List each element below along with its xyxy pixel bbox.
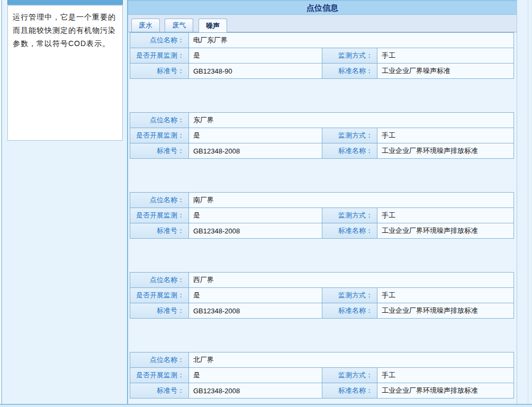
standard-no-value: GB12348-2008 <box>189 303 322 319</box>
method-value: 手工 <box>377 368 514 383</box>
standard-no-label: 标准号： <box>130 223 189 239</box>
method-value: 手工 <box>377 128 514 143</box>
method-value: 手工 <box>377 208 514 223</box>
method-label: 监测方式： <box>322 48 377 64</box>
record-table-2: 点位名称： 东厂界 是否开展监测： 是 监测方式： 手工 标准号： GB1234… <box>130 112 514 159</box>
standard-no-label: 标准号： <box>130 64 189 79</box>
point-name-label: 点位名称： <box>130 113 189 128</box>
page-left-divider <box>1 0 2 407</box>
standard-no-value: GB12348-90 <box>189 64 322 79</box>
standard-name-label: 标准名称： <box>322 64 377 79</box>
monitoring-label: 是否开展监测： <box>130 48 189 64</box>
standard-no-value: GB12348-2008 <box>189 143 322 159</box>
tab-bar: 废水 废气 噪声 <box>128 15 517 32</box>
tab-wastegas[interactable]: 废气 <box>165 19 193 32</box>
tab-wastewater[interactable]: 废水 <box>131 19 160 32</box>
monitoring-label: 是否开展监测： <box>130 288 189 303</box>
standard-name-value: 工业企业厂界环境噪声排放标准 <box>377 303 514 319</box>
page-root: { "sidebar": { "note_text": "运行管理中，它是一个重… <box>0 0 532 407</box>
standard-name-label: 标准名称： <box>322 383 377 399</box>
standard-no-label: 标准号： <box>130 143 189 159</box>
records-area: 点位名称： 电厂东厂界 是否开展监测： 是 监测方式： 手工 标准号： GB12… <box>128 32 517 399</box>
record-gap <box>130 239 517 272</box>
method-label: 监测方式： <box>322 288 377 303</box>
point-name-value: 南厂界 <box>189 193 514 208</box>
monitoring-value: 是 <box>189 368 322 383</box>
page-bottom-strip <box>0 405 532 407</box>
standard-name-label: 标准名称： <box>322 303 377 319</box>
page-right-divider <box>528 0 528 404</box>
record-table-1: 点位名称： 电厂东厂界 是否开展监测： 是 监测方式： 手工 标准号： GB12… <box>130 32 514 79</box>
point-name-value: 东厂界 <box>189 113 514 128</box>
record-gap <box>130 319 517 352</box>
monitoring-value: 是 <box>189 48 322 64</box>
method-label: 监测方式： <box>322 208 377 223</box>
panel-title: 点位信息 <box>128 0 517 15</box>
standard-no-label: 标准号： <box>130 303 189 319</box>
record-table-3: 点位名称： 南厂界 是否开展监测： 是 监测方式： 手工 标准号： GB1234… <box>130 192 514 239</box>
standard-name-value: 工业企业厂界环境噪声排放标准 <box>377 383 514 399</box>
monitoring-value: 是 <box>189 288 322 303</box>
standard-name-label: 标准名称： <box>322 143 377 159</box>
point-info-panel: 点位信息 废水 废气 噪声 点位名称： 电厂东厂界 是否开展监测： 是 监测方式… <box>127 0 517 404</box>
standard-name-value: 工业企业厂界环境噪声排放标准 <box>377 223 514 239</box>
method-value: 手工 <box>377 48 514 64</box>
monitoring-value: 是 <box>189 208 322 223</box>
method-label: 监测方式： <box>322 128 377 143</box>
record-gap <box>130 159 517 192</box>
point-name-label: 点位名称： <box>130 273 189 288</box>
standard-no-value: GB12348-2008 <box>189 223 322 239</box>
standard-name-label: 标准名称： <box>322 223 377 239</box>
monitoring-value: 是 <box>189 128 322 143</box>
point-name-label: 点位名称： <box>130 193 189 208</box>
point-name-label: 点位名称： <box>130 352 189 368</box>
monitoring-label: 是否开展监测： <box>130 368 189 383</box>
sidebar-note-panel: 运行管理中，它是一个重要的而且能较快测定的有机物污染参数，常以符号COD表示。 <box>7 5 123 141</box>
monitoring-label: 是否开展监测： <box>130 208 189 223</box>
sidebar: 运行管理中，它是一个重要的而且能较快测定的有机物污染参数，常以符号COD表示。 <box>7 0 123 141</box>
standard-no-label: 标准号： <box>130 383 189 399</box>
sidebar-note-text: 运行管理中，它是一个重要的而且能较快测定的有机物污染参数，常以符号COD表示。 <box>13 13 116 48</box>
method-value: 手工 <box>377 288 514 303</box>
record-table-4: 点位名称： 西厂界 是否开展监测： 是 监测方式： 手工 标准号： GB1234… <box>130 272 514 319</box>
point-name-value: 西厂界 <box>189 273 514 288</box>
monitoring-label: 是否开展监测： <box>130 128 189 143</box>
point-name-value: 北厂界 <box>189 352 514 368</box>
point-name-label: 点位名称： <box>130 33 189 48</box>
point-name-value: 电厂东厂界 <box>189 33 514 48</box>
record-gap <box>130 79 517 112</box>
standard-no-value: GB12348-2008 <box>189 383 322 399</box>
method-label: 监测方式： <box>322 368 377 383</box>
tab-noise[interactable]: 噪声 <box>199 19 227 32</box>
standard-name-value: 工业企业厂界噪声标准 <box>377 64 514 79</box>
record-table-5: 点位名称： 北厂界 是否开展监测： 是 监测方式： 手工 标准号： GB1234… <box>130 352 514 399</box>
sidebar-header-bar <box>7 0 123 5</box>
standard-name-value: 工业企业厂界环境噪声排放标准 <box>377 143 514 159</box>
